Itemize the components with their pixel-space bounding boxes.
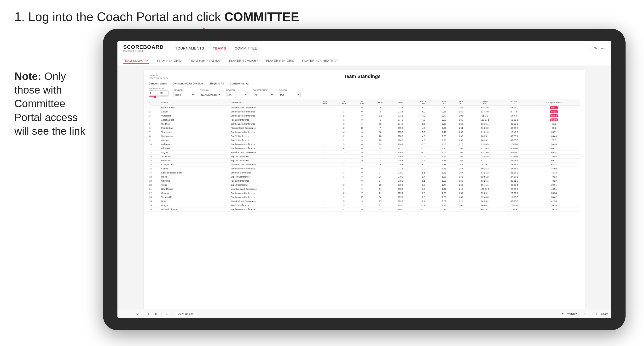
- max-rou-input[interactable]: [159, 90, 169, 96]
- pts-cell: 71.7: [528, 122, 580, 126]
- no-tour-cell: 9: [354, 187, 371, 191]
- rank-cell: 12: [148, 151, 160, 155]
- table-row: 25 Oregon Pac-12 Conference - 5 7 21 279…: [148, 203, 580, 207]
- division-select[interactable]: NCAA Division I: [200, 92, 222, 97]
- overall-cell: 83-25-1: [469, 179, 500, 183]
- gender-select[interactable]: Men's: [174, 92, 195, 97]
- conf-rank-cell: 4: [334, 163, 353, 167]
- vs25-cell: 40-33-2: [500, 155, 528, 159]
- toolbar-share-icon[interactable]: ⇑: [146, 311, 151, 317]
- sign-out-link[interactable]: Sign out: [594, 46, 606, 50]
- no-tour-cell: 8: [354, 151, 371, 155]
- pts-cell: 87.21: [528, 110, 580, 114]
- logo-sub: Powered by clippd: [123, 50, 164, 52]
- rnds-cell: 24: [371, 159, 390, 163]
- toolbar-reload-icon[interactable]: ↻: [135, 311, 140, 317]
- adj-par-cell: -5.1: [411, 171, 436, 175]
- rnds-cell: 23: [371, 142, 390, 147]
- view-original-btn[interactable]: View: Original: [176, 312, 196, 316]
- subnav-team-summary[interactable]: TEAM SUMMARY: [123, 58, 149, 64]
- col-school: School: [160, 99, 230, 106]
- table-row: 23 Texas A&M Southeastern Conference - 9…: [148, 195, 580, 199]
- overall-cell: 91-6-0: [469, 114, 500, 118]
- reg-rank-cell: -: [316, 191, 334, 195]
- rnds-cell: 6: [371, 110, 390, 114]
- rnds-cell: 7: [371, 126, 390, 130]
- conf-rank-cell: 5: [334, 142, 353, 147]
- adj-par-cell: -3.8: [411, 191, 436, 195]
- subnav-team-h2h-heatmap[interactable]: TEAM H2H HEATMAP: [189, 58, 222, 63]
- table-row: 21 New Mexico Mountain West Conference -…: [148, 187, 580, 191]
- vs25-cell: 23-18-2: [500, 171, 528, 175]
- avg-sg-cell: 1.39: [436, 199, 453, 203]
- pts-cell: 46.14: [528, 171, 580, 175]
- pts-cell: 38.94: [528, 155, 580, 159]
- reg-rank-cell: -: [316, 203, 334, 207]
- pts-cell: 38.42: [528, 195, 580, 199]
- vs25-cell: 23-33-1: [500, 203, 528, 207]
- rnds-cell: 27: [371, 199, 390, 203]
- region-select[interactable]: N/A: [226, 92, 248, 97]
- slider-track: [148, 96, 168, 97]
- rnds-cell: 24: [371, 171, 390, 175]
- instruction-bold: COMMITTEE: [224, 10, 299, 24]
- conference-cell: Southeastern Conference: [230, 142, 316, 147]
- rank-cell: 4: [148, 118, 160, 122]
- subnav-player-summary[interactable]: PLAYER SUMMARY: [229, 58, 258, 63]
- subnav-team-h2h-grid[interactable]: TEAM H2H GRID: [156, 58, 182, 63]
- nav-teams[interactable]: TEAMS: [213, 45, 226, 51]
- vs25-cell: 63-19-1: [500, 118, 528, 122]
- rnds-cell: 21: [371, 203, 390, 207]
- toolbar-sep-5: [591, 312, 591, 316]
- avg-sg-cell: 2.52: [436, 118, 453, 122]
- rnds-cell: 21: [371, 191, 390, 195]
- school-select[interactable]: (All): [279, 92, 300, 97]
- toolbar-bookmark-icon[interactable]: ▮: [153, 311, 158, 317]
- share-icon: ⇧: [594, 311, 600, 317]
- overall-cell: 63-15-1: [469, 122, 500, 126]
- avg-sg-cell: 1.55: [436, 171, 453, 175]
- table-row: 14 Oklahoma Big 12 Conference - 2 9 24 2…: [148, 159, 580, 163]
- watch-btn[interactable]: Watch ▾: [567, 312, 577, 315]
- rnds-cell: 23: [371, 175, 390, 179]
- slider-thumb[interactable]: [154, 96, 156, 98]
- standings-table: # School Conference RegRank ConfRank NoT…: [148, 99, 580, 211]
- table-row: 26 Mississippi State Southeastern Confer…: [148, 207, 580, 211]
- wins-cell: 279.2: [390, 191, 411, 195]
- conference-cell: Southeastern Conference: [230, 147, 316, 151]
- pts-cell: 68.71: [528, 130, 580, 134]
- min-rou-input[interactable]: [148, 90, 158, 96]
- overall-cell: 100-27-1: [469, 118, 500, 122]
- share-btn[interactable]: Share: [601, 313, 608, 315]
- toolbar-expand-icon[interactable]: ⤡: [583, 311, 588, 317]
- toolbar-sep-1: [143, 312, 143, 316]
- school-cell: East Tennessee State: [160, 171, 230, 175]
- overall-cell: 80-25-2: [469, 167, 500, 171]
- toolbar-back-icon[interactable]: ←: [120, 311, 126, 317]
- nav-committee[interactable]: COMMITTEE: [235, 45, 258, 51]
- conference-cell: Pac-12 Conference: [230, 203, 316, 207]
- wins-cell: 276.8: [390, 159, 411, 163]
- nav-tournaments[interactable]: TOURNAMENTS: [175, 45, 204, 51]
- rank-cell: 11: [148, 147, 160, 151]
- avg-sg-cell: 2.11: [436, 130, 453, 134]
- toolbar-clock-icon[interactable]: ⏱: [164, 311, 170, 317]
- reg-rank-cell: -: [316, 167, 334, 171]
- no-tour-cell: 9: [354, 167, 371, 171]
- no-tour-cell: 8: [354, 163, 371, 167]
- subnav-player-h2h-grid[interactable]: PLAYER H2H GRID: [266, 58, 294, 63]
- no-tour-cell: 8: [354, 114, 371, 118]
- rank-cell: 1: [148, 106, 160, 110]
- conf-rank-cell: 1: [334, 106, 353, 110]
- gender-control-label: Gender: [174, 89, 195, 91]
- toolbar-forward-icon[interactable]: →: [128, 311, 133, 317]
- reg-rank-cell: -: [316, 122, 334, 126]
- scoreboard-logo: SCOREBOARD Powered by clippd: [123, 44, 164, 52]
- subnav-player-h2h-heatmap[interactable]: PLAYER H2H HEATMAP: [302, 58, 338, 63]
- school-cell: Texas A&M: [160, 195, 230, 199]
- adj-par-cell: -5.2: [411, 106, 436, 110]
- table-container: # School Conference RegRank ConfRank NoT…: [148, 99, 580, 211]
- conference-select[interactable]: (All): [252, 92, 274, 97]
- table-row: 4 Arizona State Pac-12 Conference - 1 8 …: [148, 118, 580, 122]
- low-sg-cell: 262: [453, 122, 469, 126]
